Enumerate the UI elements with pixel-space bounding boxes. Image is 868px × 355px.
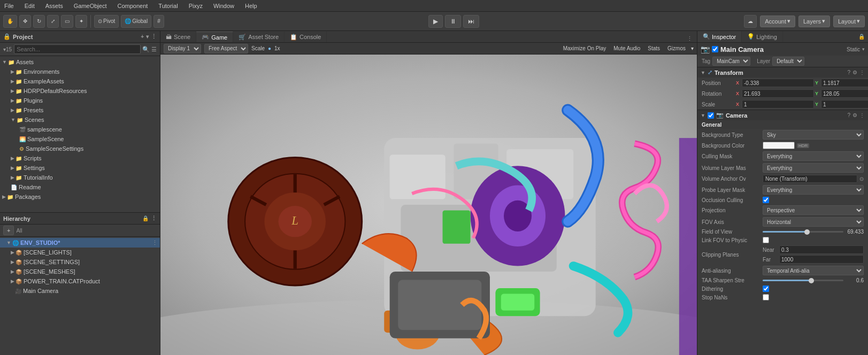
project-search-input[interactable] (14, 44, 141, 54)
aspect-select[interactable]: Free Aspect (204, 44, 248, 53)
transform-section-header[interactable]: ▼ ⤢ Transform ? ⚙ ⋮ (697, 67, 868, 78)
camera-help-icon[interactable]: ? (847, 112, 850, 118)
tool-rotate[interactable]: ↻ (33, 15, 45, 28)
tree-item-tutorialinfo[interactable]: ▶ 📁 TutorialInfo (0, 173, 160, 182)
pivot-button[interactable]: ⊙ Pivot (94, 15, 119, 28)
anti-aliasing-select[interactable]: Temporal Anti-alia (763, 266, 864, 275)
tab-console[interactable]: 📋 Console (285, 32, 327, 42)
hierarchy-more-icon[interactable]: ⋮ (151, 215, 157, 222)
menu-help[interactable]: Help (243, 3, 259, 9)
project-icon-2[interactable]: ▾ (146, 34, 149, 40)
far-input[interactable] (779, 255, 864, 264)
object-active-checkbox[interactable] (712, 46, 718, 52)
tab-asset-store[interactable]: 🛒 Asset Store (233, 32, 285, 42)
volume-anchor-input[interactable] (763, 175, 857, 183)
tree-item-plugins[interactable]: ▶ 📁 Plugins (0, 96, 160, 105)
mute-audio-btn[interactable]: Mute Audio (611, 45, 642, 51)
menu-window[interactable]: Window (211, 3, 236, 9)
scale-x-input[interactable] (742, 100, 814, 109)
hierarchy-lock-icon[interactable]: 🔒 (142, 215, 149, 221)
dithering-checkbox[interactable] (763, 285, 769, 292)
account-button[interactable]: Account ▾ (760, 16, 795, 27)
tool-scale[interactable]: ⤢ (47, 15, 59, 28)
menu-pixyz[interactable]: Pixyz (187, 3, 205, 9)
menu-gameobject[interactable]: GameObject (72, 3, 109, 9)
project-more-icon[interactable]: ⋮ (151, 33, 157, 40)
projection-select[interactable]: Perspective (763, 205, 864, 215)
volume-anchor-pick-icon[interactable]: ⊙ (859, 176, 864, 182)
color-swatch[interactable] (763, 142, 795, 149)
transform-more-icon[interactable]: ⋮ (859, 70, 865, 75)
menu-component[interactable]: Component (115, 3, 150, 9)
position-x-input[interactable] (742, 79, 814, 87)
hierarchy-item-lights[interactable]: ▶ 📦 [SCENE_LIGHTS] (0, 248, 160, 257)
inspector-lock-icon[interactable]: 🔒 (858, 34, 865, 40)
step-button[interactable]: ⏭ (463, 15, 479, 28)
stats-btn[interactable]: Stats (646, 45, 662, 51)
menu-file[interactable]: File (2, 3, 16, 9)
pause-button[interactable]: ⏸ (445, 15, 461, 28)
rotation-x-input[interactable] (742, 89, 814, 98)
camera-active-checkbox[interactable] (708, 112, 714, 119)
global-button[interactable]: 🌐 Global (121, 15, 151, 28)
view-more-icon[interactable]: ⋮ (682, 35, 697, 42)
inspector-tab[interactable]: 🔍 Inspector (697, 31, 742, 42)
tool-rect[interactable]: ▭ (61, 15, 73, 28)
camera-settings-icon[interactable]: ⚙ (852, 112, 857, 118)
menu-tutorial[interactable]: Tutorial (156, 3, 180, 9)
link-fov-checkbox[interactable] (763, 237, 769, 243)
hierarchy-add-button[interactable]: + (3, 226, 14, 235)
collab-button[interactable]: ☁ (744, 15, 757, 28)
tree-item-readme[interactable]: 📄 Readme (0, 182, 160, 192)
grid-button[interactable]: # (153, 15, 164, 28)
display-select[interactable]: Display 1 (164, 44, 201, 53)
tree-item-hdrp[interactable]: ▶ 📁 HDRPDefaultResources (0, 86, 160, 96)
culling-mask-select[interactable]: Everything (763, 151, 864, 161)
transform-help-icon[interactable]: ? (847, 70, 850, 75)
rotation-y-input[interactable] (821, 89, 868, 98)
tree-item-scripts[interactable]: ▶ 📁 Scripts (0, 153, 160, 163)
volume-layer-select[interactable]: Everything (763, 163, 864, 173)
hierarchy-item-settings[interactable]: ▶ 📦 [SCENE_SETTINGS] (0, 257, 160, 267)
menu-edit[interactable]: Edit (22, 3, 37, 9)
tool-hand[interactable]: ✋ (3, 15, 17, 28)
camera-section-header[interactable]: ▼ 📷 Camera ? ⚙ ⋮ (697, 110, 868, 120)
gizmos-btn[interactable]: Gizmos (665, 45, 688, 51)
fov-axis-select[interactable]: Horizontal (763, 217, 864, 227)
bg-type-select[interactable]: Sky (763, 130, 864, 140)
scale-y-input[interactable] (821, 100, 868, 109)
tree-item-scenes[interactable]: ▼ 📁 Scenes (0, 115, 160, 125)
hierarchy-item-env[interactable]: ▼ 🌐 ENV_STUDIO* ⋮ (0, 238, 160, 248)
hierarchy-item-meshes[interactable]: ▶ 📦 [SCENE_MESHES] (0, 267, 160, 276)
tree-item-samplescene2[interactable]: 🌅 SampleScene (0, 134, 160, 144)
tool-move[interactable]: ✥ (19, 15, 31, 28)
layer-select[interactable]: Default (772, 57, 804, 66)
tree-item-assets[interactable]: ▼ 📁 Assets (0, 57, 160, 67)
tree-item-samplescene[interactable]: 🎬 samplescene (0, 125, 160, 134)
tab-game[interactable]: 🎮 Game (196, 32, 233, 42)
tree-item-environments[interactable]: ▶ 📁 Environments (0, 67, 160, 76)
transform-settings-icon[interactable]: ⚙ (852, 70, 857, 75)
tree-item-packages[interactable]: ▶ 📁 Packages (0, 192, 160, 202)
stop-nans-checkbox[interactable] (763, 294, 769, 300)
tab-scene[interactable]: 🏔 Scene (160, 32, 196, 42)
camera-more-icon[interactable]: ⋮ (859, 112, 865, 118)
play-button[interactable]: ▶ (428, 15, 443, 28)
fov-slider-thumb[interactable] (804, 229, 810, 235)
position-y-input[interactable] (821, 79, 868, 87)
layers-button[interactable]: Layers ▾ (798, 16, 830, 27)
tree-item-settings[interactable]: ▶ 📁 Settings (0, 163, 160, 173)
tree-item-presets[interactable]: ▶ 📁 Presets (0, 105, 160, 115)
hierarchy-item-powertrain[interactable]: ▶ 📦 POWER_TRAIN.CATProduct (0, 276, 160, 286)
near-input[interactable] (779, 245, 864, 254)
hier-more-icon[interactable]: ⋮ (152, 240, 158, 246)
project-icon-1[interactable]: + (141, 34, 144, 40)
taa-slider-thumb[interactable] (809, 278, 814, 283)
hierarchy-item-maincamera[interactable]: 🎥 Main Camera (0, 286, 160, 296)
layout-button[interactable]: Layout ▾ (833, 16, 865, 27)
tool-transform[interactable]: ✦ (75, 15, 87, 28)
probe-layer-select[interactable]: Everything (763, 185, 864, 195)
maximize-play-btn[interactable]: Maximize On Play (561, 45, 609, 51)
tree-item-scenesets[interactable]: ⚙ SampleSceneSettings (0, 144, 160, 153)
occlusion-culling-checkbox[interactable] (763, 197, 769, 203)
